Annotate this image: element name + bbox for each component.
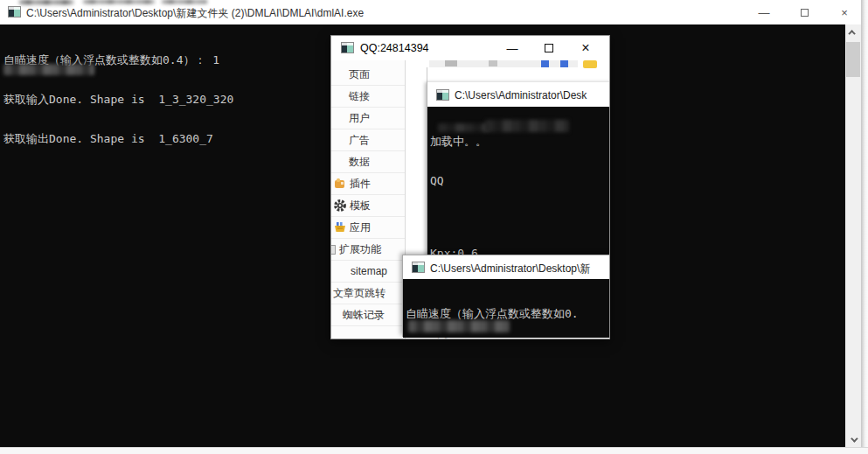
sidebar-item-links[interactable]: 链接 xyxy=(331,86,405,108)
sidebar-item-sitemap[interactable]: sitemap xyxy=(331,261,405,283)
redacted-blur xyxy=(438,123,489,132)
close-button[interactable]: × xyxy=(824,0,865,24)
console-icon xyxy=(436,89,449,101)
scroll-down-button[interactable] xyxy=(845,432,861,447)
gear-icon xyxy=(333,199,347,213)
toolbar-fragment xyxy=(489,60,497,66)
redacted-blur xyxy=(3,64,94,75)
sidebar-item-label: 插件 xyxy=(350,177,371,192)
screen: C:\Users\Administrator\Desktop\新建文件夹 (2)… xyxy=(0,0,868,454)
sidebar-item-label: 数据 xyxy=(349,155,370,170)
sidebar-item-label: 模板 xyxy=(350,199,371,213)
redacted-blur xyxy=(408,320,510,332)
qq-minimize-button[interactable]: — xyxy=(494,38,531,59)
close-icon: × xyxy=(581,40,589,56)
minimize-icon: — xyxy=(759,6,770,19)
console2-title: C:\Users\Administrator\Desktop\新 xyxy=(430,262,590,276)
redacted-blur xyxy=(83,0,155,3)
qq-window-titlebar[interactable]: QQ:24814394 — × xyxy=(331,36,609,60)
sidebar-item-label: 应用 xyxy=(350,220,371,235)
console-line: QQ xyxy=(430,174,610,187)
console-line: 加载中。。 xyxy=(430,135,610,148)
sidebar-item-pages[interactable]: 页面 xyxy=(331,64,405,86)
chevron-down-icon xyxy=(851,435,858,442)
sidebar-item-label: 链接 xyxy=(349,89,370,104)
toolbar-fragment-blue xyxy=(541,60,549,67)
console2-output: 自瞄速度（输入浮点数或整数如0. 获取输入Done. Shape is 1_3_… xyxy=(403,279,610,338)
toolbar-fragment xyxy=(445,60,457,66)
console-line: 自瞄速度（输入浮点数或整数如0. xyxy=(406,307,610,320)
window-right-edge xyxy=(861,0,868,454)
redacted-blur xyxy=(485,120,569,132)
vertical-scrollbar[interactable] xyxy=(845,24,861,447)
maximize-icon xyxy=(545,44,553,52)
main-console-text: 自瞄速度（输入浮点数或整数如0.4）： 1 获取输入Done. Shape is… xyxy=(3,27,233,171)
redacted-blur xyxy=(19,0,73,4)
console-icon xyxy=(341,42,354,53)
close-icon: × xyxy=(841,6,848,19)
main-window-controls: — × xyxy=(744,0,865,24)
window-bottom-edge xyxy=(0,447,868,454)
plugin-icon xyxy=(333,177,347,191)
chevron-up-icon xyxy=(848,30,855,37)
qq-close-button[interactable]: × xyxy=(567,38,604,59)
maximize-icon xyxy=(801,9,809,17)
sidebar-item-templates[interactable]: 模板 xyxy=(331,195,405,217)
main-window-title: C:\Users\Administrator\Desktop\新建文件夹 (2)… xyxy=(26,6,364,21)
sidebar-item-users[interactable]: 用户 xyxy=(331,108,405,129)
qq-maximize-button[interactable] xyxy=(531,38,567,59)
nested-console-window-2: C:\Users\Administrator\Desktop\新 自瞄速度（输入… xyxy=(402,255,610,337)
sidebar-item-label: 扩展功能 xyxy=(339,242,381,257)
scroll-up-button[interactable] xyxy=(845,24,861,39)
minimize-button[interactable]: — xyxy=(744,0,784,24)
console-line: 获取输出Done. Shape is 1_6300_7 xyxy=(3,132,233,145)
maximize-button[interactable] xyxy=(784,0,824,24)
sidebar-item-label: 广告 xyxy=(349,133,370,148)
sidebar-item-spider-log[interactable]: 蜘蛛记录 xyxy=(331,304,405,326)
redacted-blur xyxy=(162,0,207,3)
toolbar-fragment-blue xyxy=(560,60,568,67)
divider xyxy=(427,67,427,82)
console-line: 获取输入Done. Shape is 1_3_320_320 xyxy=(3,93,233,106)
sidebar-item-ads[interactable]: 广告 xyxy=(331,129,405,151)
main-window-titlebar[interactable]: C:\Users\Administrator\Desktop\新建文件夹 (2)… xyxy=(0,0,868,24)
sidebar-item-apps[interactable]: 应用 xyxy=(331,217,405,239)
console-icon xyxy=(8,6,21,17)
sidebar-item-label: 蜘蛛记录 xyxy=(343,308,385,323)
apps-basket-icon xyxy=(333,220,347,234)
toolbar-fragment-yellow xyxy=(583,60,597,68)
console2-titlebar[interactable]: C:\Users\Administrator\Desktop\新 xyxy=(403,255,610,279)
minimize-icon: — xyxy=(507,42,518,55)
console1-title: C:\Users\Administrator\Desk xyxy=(455,89,587,101)
sidebar-item-article-jump[interactable]: 文章页跳转 xyxy=(331,283,405,304)
sidebar-item-label: 文章页跳转 xyxy=(333,286,385,301)
sidebar-item-extensions[interactable]: 扩展功能 xyxy=(331,239,405,261)
qq-window: QQ:24814394 — × 页面 链接 用户 广告 数据 xyxy=(330,35,610,339)
console1-titlebar[interactable]: C:\Users\Administrator\Desk xyxy=(427,82,610,107)
sidebar-item-label: 用户 xyxy=(349,111,370,126)
sidebar-item-label: sitemap xyxy=(351,265,387,277)
scrollbar-thumb[interactable] xyxy=(846,42,860,77)
sidebar-item-plugins[interactable]: 插件 xyxy=(331,173,405,195)
console-icon xyxy=(412,262,425,273)
qq-window-title: QQ:24814394 xyxy=(360,42,429,54)
qq-sidebar: 页面 链接 用户 广告 数据 插件 模板 应用 xyxy=(331,60,405,339)
sidebar-item-data[interactable]: 数据 xyxy=(331,151,405,173)
extension-icon xyxy=(331,245,336,255)
qq-window-controls: — × xyxy=(494,38,604,59)
sidebar-item-label: 页面 xyxy=(349,67,370,82)
